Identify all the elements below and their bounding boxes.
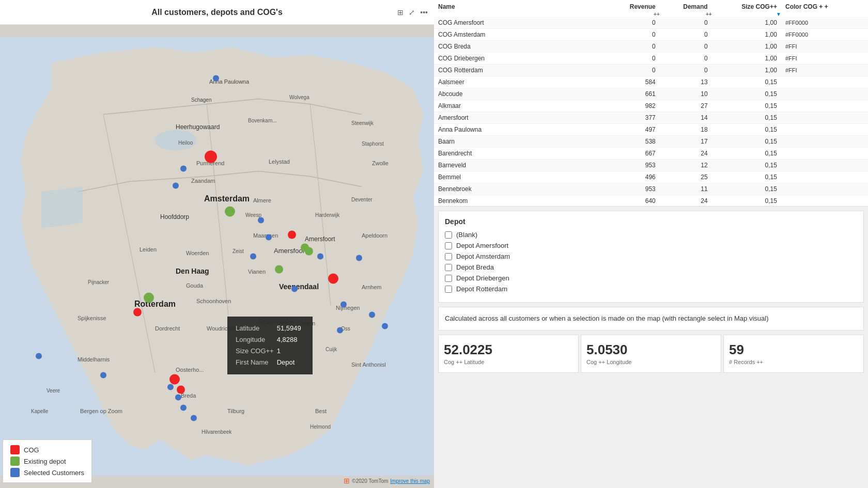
svg-point-74: [288, 231, 296, 239]
cell-size: 0,15: [712, 195, 781, 207]
filter-option[interactable]: Depot Rotterdam: [445, 285, 857, 293]
filter-option[interactable]: Depot Breda: [445, 263, 857, 271]
filter-option[interactable]: Depot Amersfoort: [445, 242, 857, 249]
svg-point-55: [180, 166, 187, 172]
table-row: Bennekom640240,15: [434, 195, 868, 207]
svg-point-64: [369, 312, 375, 318]
svg-text:Apeldoorn: Apeldoorn: [362, 232, 388, 239]
filter-option[interactable]: Depot Driebergen: [445, 274, 857, 282]
col-sub-name: [434, 11, 599, 17]
legend-dot-depot: [10, 456, 20, 466]
svg-text:Schagen: Schagen: [191, 97, 211, 103]
cell-name: COG Breda: [434, 41, 599, 53]
svg-text:Vianen: Vianen: [248, 269, 266, 275]
svg-text:Hoofddorp: Hoofddorp: [160, 213, 189, 221]
svg-point-76: [133, 308, 142, 317]
svg-text:Harderwijk: Harderwijk: [315, 212, 340, 218]
cell-size: 0,15: [712, 100, 781, 112]
legend-label-cog: COG: [24, 446, 39, 454]
legend-dot-cog: [10, 445, 20, 454]
svg-point-66: [337, 327, 343, 334]
cell-demand: 25: [660, 171, 712, 183]
cell-color: #FF0000: [781, 17, 868, 29]
col-sub-demand: ++: [660, 11, 712, 17]
col-sub-size[interactable]: ▼: [712, 11, 781, 17]
filter-option[interactable]: (Blank): [445, 231, 857, 239]
svg-text:Heerhugowaard: Heerhugowaard: [176, 123, 220, 131]
svg-point-62: [356, 255, 362, 261]
svg-text:Breda: Breda: [181, 392, 196, 399]
cell-revenue: 497: [599, 124, 660, 136]
filter-checkbox[interactable]: [445, 286, 452, 293]
col-header-name[interactable]: Name: [434, 0, 599, 11]
svg-text:Spijkenisse: Spijkenisse: [78, 315, 106, 321]
filter-checkbox[interactable]: [445, 264, 452, 271]
tooltip-size-label: Size COG++: [236, 345, 277, 357]
metrics-row: 52.0225 Cog ++ Latitude 5.0530 Cog ++ Lo…: [438, 335, 864, 373]
cell-size: 0,15: [712, 124, 781, 136]
cell-revenue: 0: [599, 65, 660, 76]
svg-text:Sint Anthonisl: Sint Anthonisl: [351, 361, 386, 368]
svg-point-69: [167, 384, 174, 390]
svg-text:Arnhem: Arnhem: [362, 284, 382, 290]
svg-text:Bergen op Zoom: Bergen op Zoom: [80, 408, 122, 414]
svg-point-67: [36, 353, 42, 359]
map-background[interactable]: Anna Paulowna Schagen Bovenkam... Heerhu…: [0, 25, 434, 488]
cell-revenue: 377: [599, 112, 660, 124]
cell-revenue: 640: [599, 195, 660, 207]
col-header-revenue[interactable]: Revenue: [599, 0, 660, 11]
svg-text:Zaandam: Zaandam: [191, 178, 215, 184]
cell-size: 1,00: [712, 65, 781, 76]
col-sub-color: [781, 11, 868, 17]
cell-demand: 0: [660, 41, 712, 53]
map-title-bar: All customers, depots and COG's ⊞ ⤢ •••: [0, 0, 434, 25]
filter-option-label: Depot Breda: [456, 263, 494, 271]
cell-size: 1,00: [712, 53, 781, 65]
filter-option-label: Depot Amersfoort: [456, 242, 508, 249]
expand-icon[interactable]: ⤢: [409, 8, 415, 17]
metric-card-longitude: 5.0530 Cog ++ Longitude: [581, 335, 721, 373]
svg-text:Den Haag: Den Haag: [176, 267, 209, 275]
svg-point-54: [213, 75, 219, 82]
filter-option[interactable]: Depot Amsterdam: [445, 253, 857, 260]
filter-icon[interactable]: ⊞: [397, 8, 404, 17]
more-icon[interactable]: •••: [420, 8, 428, 17]
cell-name: COG Driebergen: [434, 53, 599, 65]
cell-revenue: 496: [599, 171, 660, 183]
filter-checkbox[interactable]: [445, 231, 452, 239]
svg-point-71: [180, 405, 187, 411]
cell-color: #FFI: [781, 41, 868, 53]
metric-value-longitude: 5.0530: [586, 342, 628, 357]
metric-card-latitude: 52.0225 Cog ++ Latitude: [438, 335, 579, 373]
table-section: Name Revenue Demand Size COG++ Color COG…: [434, 0, 868, 207]
svg-text:Gouda: Gouda: [186, 282, 204, 289]
filter-title: Depot: [445, 217, 857, 226]
filter-checkbox[interactable]: [445, 275, 452, 282]
cell-size: 0,15: [712, 160, 781, 171]
table-container[interactable]: Name Revenue Demand Size COG++ Color COG…: [434, 0, 868, 206]
col-header-size[interactable]: Size COG++: [712, 0, 781, 11]
cell-revenue: 0: [599, 53, 660, 65]
cell-name: Barendrecht: [434, 148, 599, 160]
filter-checkbox[interactable]: [445, 242, 452, 249]
metric-label-latitude: Cog ++ Latitude: [444, 359, 484, 365]
svg-point-58: [266, 234, 272, 241]
svg-text:Weesp: Weesp: [245, 212, 261, 218]
cell-name: COG Rotterdam: [434, 65, 599, 76]
cell-size: 0,15: [712, 88, 781, 100]
table-row: COG Amsterdam001,00#FF0000: [434, 29, 868, 41]
col-header-color[interactable]: Color COG + +: [781, 0, 868, 11]
tomtom-credit: ©2020 TomTom: [352, 478, 388, 484]
svg-point-75: [328, 274, 338, 284]
cell-color: [781, 88, 868, 100]
svg-text:Woerden: Woerden: [186, 250, 209, 256]
cell-demand: 0: [660, 65, 712, 76]
svg-text:Lelystad: Lelystad: [269, 159, 290, 165]
svg-point-57: [258, 217, 264, 224]
improve-map-link[interactable]: Improve this map: [390, 478, 430, 484]
cell-color: [781, 160, 868, 171]
svg-text:Staphorst: Staphorst: [362, 141, 384, 147]
col-header-demand[interactable]: Demand: [660, 0, 712, 11]
filter-checkbox[interactable]: [445, 253, 452, 260]
svg-point-78: [177, 386, 185, 394]
